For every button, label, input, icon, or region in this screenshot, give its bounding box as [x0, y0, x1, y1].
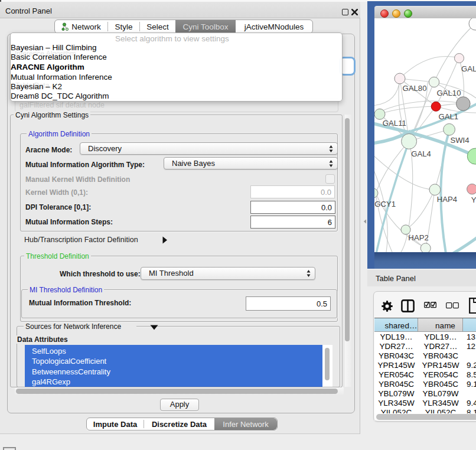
svg-text:GAL1: GAL1	[438, 112, 458, 121]
svg-text:HAP4: HAP4	[437, 195, 457, 204]
svg-text:GAL11: GAL11	[383, 119, 406, 128]
svg-text:GAL7: GAL7	[461, 64, 476, 73]
svg-text:GAL80: GAL80	[402, 84, 426, 93]
svg-text:GAL4: GAL4	[411, 149, 431, 158]
svg-text:YJ: YJ	[471, 195, 476, 204]
svg-text:GAL10: GAL10	[436, 89, 461, 97]
svg-text:HAP2: HAP2	[408, 233, 428, 242]
svg-text:GCY1: GCY1	[374, 200, 396, 208]
svg-text:SWI4: SWI4	[450, 136, 469, 145]
